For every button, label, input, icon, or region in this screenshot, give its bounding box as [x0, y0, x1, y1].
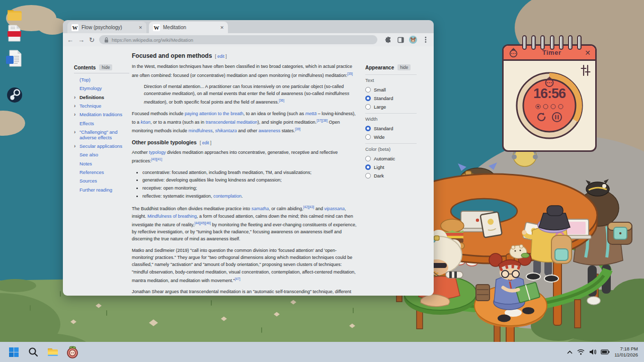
contents-link[interactable]: References	[74, 168, 129, 177]
reference-link[interactable]: [44][45][46]	[194, 221, 211, 225]
article-link[interactable]: contemplation	[213, 194, 242, 199]
section-heading: Focused and open methods[ edit ]	[132, 52, 358, 60]
appearance-option-label: Standard	[374, 96, 393, 101]
appearance-option[interactable]: Light	[365, 163, 417, 171]
appearance-option[interactable]: Dark	[365, 171, 417, 180]
file-explorer-icon[interactable]	[46, 345, 59, 358]
reference-link[interactable]: [36]	[279, 99, 284, 102]
backpack	[551, 232, 572, 263]
chevron-right-icon[interactable]: ›	[74, 143, 75, 149]
extensions-icon[interactable]	[384, 36, 392, 44]
battery-icon[interactable]	[601, 349, 610, 354]
appearance-option[interactable]: Wide	[365, 133, 417, 141]
article-link[interactable]: mindfulness	[189, 128, 213, 133]
contents-link[interactable]: Sources	[74, 177, 129, 186]
desktop: W Flow (psychology) ✕ W Meditation ✕ ← →…	[0, 0, 644, 362]
spiral-ring	[568, 35, 573, 50]
tab-flow-psychology[interactable]: W Flow (psychology) ✕	[67, 22, 146, 33]
article-link[interactable]: Mindfulness of breathing	[147, 214, 197, 219]
contents-link[interactable]: See also	[74, 151, 129, 159]
appearance-title: Appearance	[365, 65, 394, 70]
pomodoro-app-icon[interactable]	[66, 345, 79, 358]
chevron-right-icon[interactable]: ›	[74, 95, 75, 101]
pdf-file-icon[interactable]	[6, 24, 23, 41]
reference-link[interactable]: [47]	[235, 277, 240, 281]
article-text: In the West, meditation techniques have …	[132, 64, 352, 77]
chevron-right-icon[interactable]: ›	[74, 112, 75, 118]
side-panel-icon[interactable]	[396, 36, 405, 44]
list-item: reflective: systematic investigation, co…	[142, 193, 358, 200]
radio-button[interactable]	[365, 164, 371, 170]
folder-icon[interactable]	[6, 6, 23, 23]
article-link[interactable]: typology	[149, 150, 166, 155]
contents-link[interactable]: ›Secular applications	[74, 142, 129, 151]
paragraph: Matko and Sedlmeier (2019) "call into qu…	[132, 247, 358, 284]
url-text: https://en.wikipedia.org/wiki/Meditation	[112, 37, 193, 43]
article-link[interactable]: mettā	[305, 111, 317, 116]
appearance-option[interactable]: Automatic	[365, 154, 417, 163]
article-link[interactable]: paying attention to the breath	[185, 111, 244, 116]
radio-button[interactable]	[365, 156, 371, 161]
taskbar-clock[interactable]: 7:18 PM 11/01/2026	[614, 346, 638, 358]
menu-kebab-icon[interactable]	[422, 36, 430, 44]
article-link[interactable]: vipassana	[324, 206, 345, 211]
edit-link[interactable]: edit	[217, 54, 224, 59]
radio-button[interactable]	[365, 134, 371, 140]
appearance-option[interactable]: Large	[365, 103, 417, 111]
article-link[interactable]: kōan	[141, 120, 151, 125]
chevron-right-icon[interactable]: ›	[74, 129, 75, 135]
radio-button[interactable]	[365, 104, 371, 110]
contents-link[interactable]: ›Technique	[74, 102, 129, 111]
url-bar[interactable]: https://en.wikipedia.org/wiki/Meditation	[99, 35, 377, 44]
tab-label: Meditation	[163, 25, 217, 30]
chevron-up-icon[interactable]	[567, 350, 573, 354]
article-link[interactable]: shikantaza	[215, 128, 237, 133]
chevron-right-icon[interactable]: ›	[74, 103, 75, 109]
close-tab-icon[interactable]: ✕	[220, 25, 224, 30]
reset-icon[interactable]	[536, 112, 546, 122]
radio-button[interactable]	[365, 96, 371, 101]
reference-link[interactable]: [40][41]	[151, 157, 163, 161]
reference-link[interactable]: [35]	[347, 72, 353, 75]
reference-link[interactable]: [42][43]	[303, 205, 314, 209]
reference-link[interactable]: [39]	[295, 127, 300, 131]
contents-sidebar: Contents hide (Top)Etymology›Definitions…	[74, 64, 129, 195]
contents-link[interactable]: Etymology	[74, 84, 129, 93]
forward-icon[interactable]: →	[78, 37, 85, 43]
article-link[interactable]: samatha	[252, 206, 269, 211]
article-link[interactable]: awareness	[259, 128, 281, 133]
contents-link[interactable]: ›Meditation traditions	[74, 111, 129, 119]
search-icon[interactable]	[27, 345, 40, 358]
pause-icon[interactable]	[551, 112, 562, 123]
heading-text: Other possible typologies	[132, 139, 197, 145]
contents-link[interactable]: Further reading	[74, 186, 129, 194]
appearance-option[interactable]: Small	[365, 85, 417, 94]
back-icon[interactable]: ←	[67, 37, 73, 43]
volume-icon[interactable]	[589, 349, 596, 355]
edit-link[interactable]: edit	[202, 140, 209, 145]
start-icon[interactable]	[7, 345, 20, 358]
contents-link[interactable]: ›"Challenging" and adverse effects	[74, 128, 129, 142]
close-tab-icon[interactable]: ✕	[138, 25, 142, 30]
reload-icon[interactable]: ↻	[89, 37, 95, 43]
steam-icon[interactable]	[6, 86, 23, 104]
appearance-option-label: Small	[374, 87, 386, 93]
radio-button[interactable]	[365, 173, 371, 178]
radio-button[interactable]	[365, 126, 371, 131]
doc-file-icon[interactable]	[5, 49, 22, 66]
appearance-option[interactable]: Standard	[365, 94, 417, 103]
avatar[interactable]	[409, 36, 417, 44]
contents-link[interactable]: (Top)	[74, 76, 129, 84]
contents-hide-button[interactable]: hide	[99, 64, 112, 70]
wifi-icon[interactable]	[577, 349, 585, 355]
tab-meditation[interactable]: W Meditation ✕	[149, 22, 228, 33]
appearance-option[interactable]: Standard	[365, 124, 417, 133]
contents-link[interactable]: ›Definitions	[74, 94, 129, 102]
reference-link[interactable]: [37][38]	[316, 119, 328, 122]
article-link[interactable]: transcendental meditation	[206, 120, 258, 125]
contents-link[interactable]: Notes	[74, 160, 129, 168]
appearance-hide-button[interactable]: hide	[397, 64, 411, 70]
radio-button[interactable]	[365, 87, 371, 93]
contents-link[interactable]: Effects	[74, 119, 129, 128]
tab-label: Flow (psychology)	[82, 25, 135, 30]
